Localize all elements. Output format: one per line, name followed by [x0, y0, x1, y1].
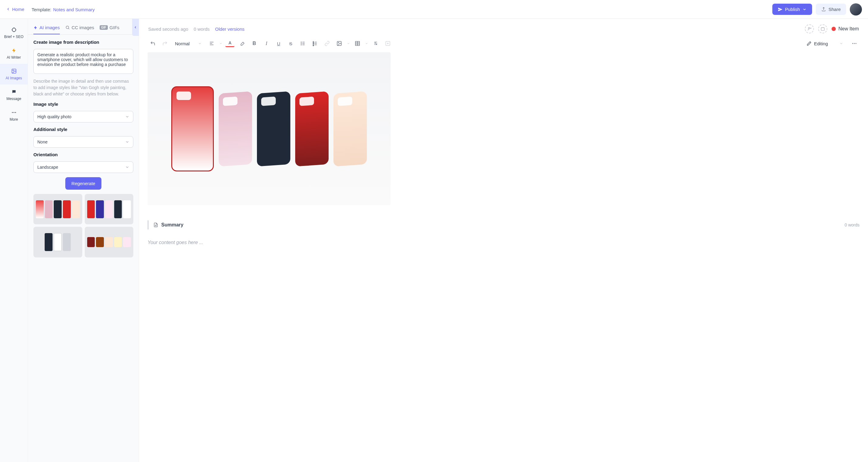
summary-header: Summary 0 words [153, 220, 860, 229]
plus-square-icon [385, 41, 391, 46]
document-icon [153, 223, 158, 227]
list-bullet-icon [300, 41, 306, 46]
header-right: Publish Share [772, 3, 862, 16]
align-button[interactable] [207, 39, 216, 48]
chevron-down-icon[interactable] [219, 42, 222, 45]
image-gen-panel: Create image from description Describe t… [28, 35, 139, 262]
svg-point-7 [13, 70, 13, 70]
search-icon [65, 25, 70, 30]
italic-icon: I [266, 41, 267, 46]
tab-cc-images[interactable]: CC images [65, 23, 94, 34]
orientation-value: Landscape [37, 165, 58, 170]
add-user-button[interactable] [805, 24, 814, 33]
thumbnail-3[interactable] [33, 227, 82, 257]
thumbnail-4[interactable] [85, 227, 134, 257]
strikethrough-button[interactable]: S [286, 39, 295, 48]
summary-title-text: Summary [161, 222, 183, 228]
summary-word-count: 0 words [845, 223, 860, 227]
rail-item-ai-images[interactable]: AI Images [0, 64, 28, 85]
svg-point-45 [856, 43, 857, 44]
chevron-down-icon [198, 41, 202, 45]
svg-point-10 [15, 112, 16, 113]
content-header: Saved seconds ago 0 words Older versions… [148, 19, 860, 36]
regenerate-button[interactable]: Regenerate [65, 177, 101, 190]
image-button[interactable] [335, 39, 344, 48]
template-row: Template: Notes and Summary [32, 7, 95, 12]
tab-gifs[interactable]: GIF GIFs [100, 23, 119, 34]
chevron-left-icon [134, 26, 137, 29]
tab-ai-images[interactable]: AI images [33, 23, 60, 34]
new-item-status[interactable]: New Item [832, 26, 859, 32]
svg-line-12 [68, 28, 69, 29]
bolt-icon [33, 26, 38, 30]
numbered-list-button[interactable]: 123 [310, 39, 319, 48]
rail-item-brief-seo[interactable]: Brief + SEO [0, 23, 28, 43]
underline-button[interactable]: U [274, 39, 283, 48]
underline-icon: U [277, 41, 280, 46]
image-description-input[interactable] [33, 49, 133, 74]
italic-button[interactable]: I [262, 39, 271, 48]
rail-item-more[interactable]: More [0, 105, 28, 126]
editor-toolbar: Normal A B I U S 123 Editing [148, 36, 860, 52]
link-button[interactable] [322, 39, 332, 48]
publish-button[interactable]: Publish [772, 4, 812, 15]
table-button[interactable] [353, 39, 362, 48]
saved-status: Saved seconds ago [148, 26, 188, 32]
thumbnail-2[interactable] [85, 194, 134, 224]
redo-icon [162, 41, 168, 46]
text-color-button[interactable]: A [225, 40, 235, 47]
additional-style-label: Additional style [33, 127, 133, 132]
chevron-down-icon[interactable] [365, 42, 368, 45]
highlight-button[interactable] [238, 39, 247, 48]
pencil-icon [807, 41, 811, 46]
block-format-select[interactable]: Normal [173, 40, 204, 48]
word-count: 0 words [194, 26, 210, 32]
thumbnail-1[interactable] [33, 194, 82, 224]
svg-point-24 [301, 45, 302, 45]
user-avatar[interactable] [850, 3, 862, 16]
share-button[interactable]: Share [816, 4, 846, 15]
chevron-down-icon [802, 7, 807, 11]
svg-point-23 [301, 43, 302, 44]
home-label: Home [12, 7, 24, 12]
rail-label: Brief + SEO [4, 35, 24, 39]
add-date-button[interactable] [818, 24, 827, 33]
rail-item-ai-writer[interactable]: AI Writer [0, 43, 28, 64]
editing-mode-select[interactable]: Editing [803, 40, 847, 48]
table-icon [355, 41, 360, 46]
template-name-link[interactable]: Notes and Summary [53, 7, 95, 12]
orientation-select[interactable]: Landscape [33, 162, 133, 173]
user-plus-icon [807, 27, 811, 31]
header-left: Home Template: Notes and Summary [6, 7, 95, 12]
sidebar-tabs: AI images CC images GIF GIFs [28, 19, 139, 35]
svg-point-11 [66, 26, 69, 29]
svg-point-8 [12, 112, 13, 113]
content-placeholder[interactable]: Your content goes here ... [148, 236, 860, 250]
status-dot-icon [832, 27, 836, 31]
sidebar-panel: AI images CC images GIF GIFs Create imag… [28, 19, 139, 462]
bold-icon: B [253, 41, 256, 46]
chevron-down-icon[interactable] [347, 42, 350, 45]
older-versions-link[interactable]: Older versions [215, 26, 245, 32]
insert-block-button[interactable] [383, 39, 393, 48]
description-hint: Describe the image in detail and then us… [33, 78, 133, 97]
redo-button[interactable] [160, 39, 169, 48]
clear-format-button[interactable] [371, 39, 380, 48]
tab-label: AI images [39, 25, 60, 30]
text-color-icon: A [228, 40, 231, 45]
rail-item-message[interactable]: Message [0, 85, 28, 105]
phone-case-red [171, 86, 214, 171]
bullet-list-button[interactable] [298, 39, 307, 48]
hero-image[interactable] [148, 52, 391, 205]
undo-button[interactable] [148, 39, 157, 48]
gif-badge-icon: GIF [100, 25, 108, 30]
strikethrough-icon: S [289, 41, 292, 46]
more-options-button[interactable] [850, 39, 859, 48]
link-icon [324, 41, 330, 46]
bold-button[interactable]: B [250, 39, 259, 48]
additional-style-select[interactable]: None [33, 136, 133, 148]
image-style-select[interactable]: High quality photo [33, 111, 133, 122]
collapse-sidebar-button[interactable] [132, 19, 139, 36]
orientation-label: Orientation [33, 152, 133, 157]
rail-label: AI Images [5, 76, 22, 80]
